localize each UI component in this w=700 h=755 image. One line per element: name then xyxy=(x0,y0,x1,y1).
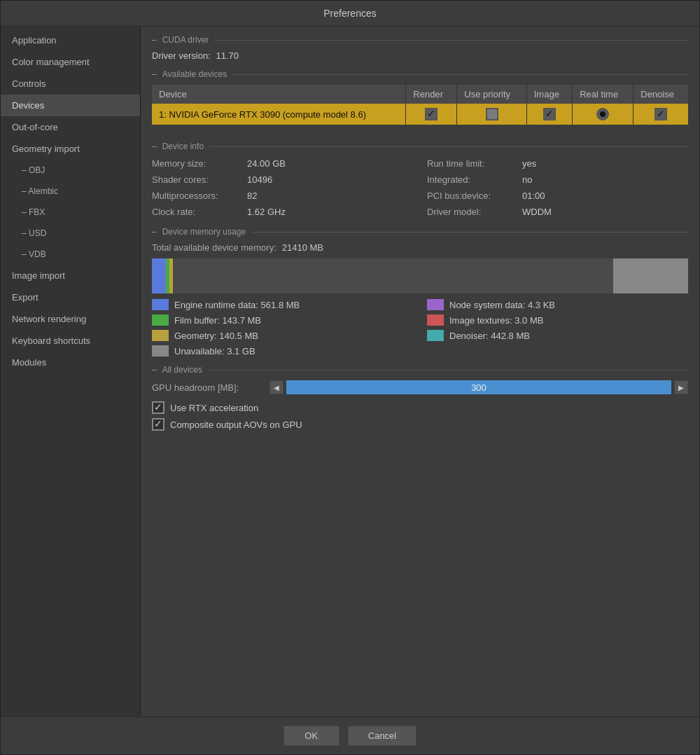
legend-item-film: Film buffer: 143.7 MB xyxy=(152,314,413,326)
render-cell[interactable] xyxy=(406,104,457,125)
pci-bus-row: PCI bus:device: 01:00 xyxy=(427,189,688,202)
denoise-cell[interactable] xyxy=(634,104,688,125)
integrated-value: no xyxy=(522,174,532,185)
shader-cores-value: 10496 xyxy=(247,174,272,185)
denoise-checkbox[interactable] xyxy=(654,108,667,120)
shader-cores-label: Shader cores: xyxy=(152,174,243,185)
image-checkbox[interactable] xyxy=(543,108,556,120)
device-info-title: Device info xyxy=(152,141,688,151)
run-time-limit-value: yes xyxy=(522,158,536,169)
legend-item-denoiser: Denoiser: 442.8 MB xyxy=(427,330,688,341)
sidebar-item-geometry-import[interactable]: Geometry import xyxy=(1,138,140,160)
multiprocessors-row: Multiprocessors: 82 xyxy=(152,189,413,202)
slider-right-arrow[interactable]: ▶ xyxy=(674,380,688,394)
sidebar-item-devices[interactable]: Devices xyxy=(1,95,140,116)
table-row[interactable]: 1: NVIDIA GeForce RTX 3090 (compute mode… xyxy=(152,104,688,125)
driver-version-value: 11.70 xyxy=(216,50,239,61)
gpu-headroom-slider[interactable]: ◀ 300 ▶ xyxy=(270,380,688,394)
checkbox-label-rtx: Use RTX acceleration xyxy=(170,403,258,413)
checkbox-row-rtx[interactable]: Use RTX acceleration xyxy=(152,401,688,414)
legend-color-engine xyxy=(152,299,169,310)
checkbox-composite[interactable] xyxy=(152,418,164,431)
col-header-image: Image xyxy=(526,85,573,104)
real-time-cell[interactable] xyxy=(573,104,634,125)
use-priority-cell[interactable] xyxy=(457,104,526,125)
legend-label-engine: Engine runtime data: 561.8 MB xyxy=(174,300,300,310)
all-devices-title: All devices xyxy=(152,365,688,375)
driver-model-row: Driver model: WDDM xyxy=(427,205,688,219)
sidebar-item-modules[interactable]: Modules xyxy=(1,352,140,373)
cancel-button[interactable]: Cancel xyxy=(348,726,416,746)
total-memory-value: 21410 MB xyxy=(282,242,323,253)
driver-version-row: Driver version: 11.70 xyxy=(152,50,688,61)
multiprocessors-value: 82 xyxy=(247,191,257,201)
memory-bar xyxy=(152,258,688,293)
devices-table-wrapper: DeviceRenderUse priorityImageReal timeDe… xyxy=(152,85,688,130)
cuda-section-title: CUDA driver xyxy=(152,35,688,45)
image-cell[interactable] xyxy=(526,104,573,125)
table-header-row: DeviceRenderUse priorityImageReal timeDe… xyxy=(152,85,688,104)
pci-bus-label: PCI bus:device: xyxy=(427,191,518,201)
legend-color-node-system xyxy=(427,299,444,310)
driver-model-value: WDDM xyxy=(522,207,552,217)
unavail-bar xyxy=(613,258,688,293)
legend-color-geometry xyxy=(152,330,169,341)
memory-size-row: Memory size: 24.00 GB xyxy=(152,157,413,170)
legend-item-unavailable: Unavailable: 3.1 GB xyxy=(152,345,413,356)
real-time-radio[interactable] xyxy=(596,108,609,120)
total-memory-label: Total available device memory: xyxy=(152,242,276,253)
sidebar-item-image-import[interactable]: Image import xyxy=(1,265,140,286)
col-header-render: Render xyxy=(406,85,457,104)
title-bar: Preferences xyxy=(1,1,699,27)
memory-size-value: 24.00 GB xyxy=(247,158,286,169)
legend-item-node-system: Node system data: 4.3 KB xyxy=(427,299,688,310)
legend-label-film: Film buffer: 143.7 MB xyxy=(174,315,261,326)
sidebar-item-obj[interactable]: – OBJ xyxy=(1,160,140,181)
sidebar-item-out-of-core[interactable]: Out-of-core xyxy=(1,116,140,138)
devices-table: DeviceRenderUse priorityImageReal timeDe… xyxy=(152,85,688,125)
sidebar-item-usd[interactable]: – USD xyxy=(1,223,140,244)
driver-model-label: Driver model: xyxy=(427,207,518,217)
use-priority-checkbox[interactable] xyxy=(486,108,498,120)
render-checkbox[interactable] xyxy=(425,108,438,120)
footer: OK Cancel xyxy=(1,716,699,754)
sidebar-item-alembic[interactable]: – Alembic xyxy=(1,181,140,202)
sidebar-item-export[interactable]: Export xyxy=(1,286,140,308)
gpu-headroom-row: GPU headroom [MB]: ◀ 300 ▶ xyxy=(152,380,688,394)
device-memory-title: Device memory usage xyxy=(152,227,688,237)
sidebar-item-network-rendering[interactable]: Network rendering xyxy=(1,308,140,330)
preferences-dialog: Preferences ApplicationColor managementC… xyxy=(0,0,700,755)
memory-legend: Engine runtime data: 561.8 MBNode system… xyxy=(152,299,688,356)
slider-left-arrow[interactable]: ◀ xyxy=(270,380,284,394)
sidebar-item-vdb[interactable]: – VDB xyxy=(1,244,140,265)
memory-size-label: Memory size: xyxy=(152,158,243,169)
slider-track[interactable]: 300 xyxy=(286,380,671,394)
legend-item-engine: Engine runtime data: 561.8 MB xyxy=(152,299,413,310)
sidebar-item-color-management[interactable]: Color management xyxy=(1,51,140,73)
legend-color-image-textures xyxy=(427,314,444,326)
col-header-use-priority: Use priority xyxy=(457,85,526,104)
checkboxes-container: Use RTX accelerationComposite output AOV… xyxy=(152,401,688,431)
dialog-title: Preferences xyxy=(323,8,376,19)
clock-rate-value: 1.62 GHz xyxy=(247,207,286,217)
device-info-grid: Memory size: 24.00 GB Run time limit: ye… xyxy=(152,157,688,219)
legend-color-denoiser xyxy=(427,330,444,341)
clock-rate-label: Clock rate: xyxy=(152,207,243,217)
legend-label-geometry: Geometry: 140.5 MB xyxy=(174,331,258,341)
engine-bar xyxy=(152,258,166,293)
legend-label-node-system: Node system data: 4.3 KB xyxy=(449,300,555,310)
run-time-limit-label: Run time limit: xyxy=(427,158,518,169)
clock-rate-row: Clock rate: 1.62 GHz xyxy=(152,205,413,219)
ok-button[interactable]: OK xyxy=(284,726,340,746)
legend-label-denoiser: Denoiser: 442.8 MB xyxy=(449,331,530,341)
sidebar-item-keyboard-shortcuts[interactable]: Keyboard shortcuts xyxy=(1,330,140,352)
checkbox-rtx[interactable] xyxy=(152,401,164,414)
checkbox-row-composite[interactable]: Composite output AOVs on GPU xyxy=(152,418,688,431)
sidebar-item-application[interactable]: Application xyxy=(1,29,140,51)
sidebar-item-controls[interactable]: Controls xyxy=(1,73,140,95)
empty-bar xyxy=(173,258,613,293)
sidebar-item-fbx[interactable]: – FBX xyxy=(1,202,140,223)
driver-version-label: Driver version: xyxy=(152,50,211,61)
legend-label-unavailable: Unavailable: 3.1 GB xyxy=(174,346,255,356)
device-name-cell: 1: NVIDIA GeForce RTX 3090 (compute mode… xyxy=(152,104,406,125)
